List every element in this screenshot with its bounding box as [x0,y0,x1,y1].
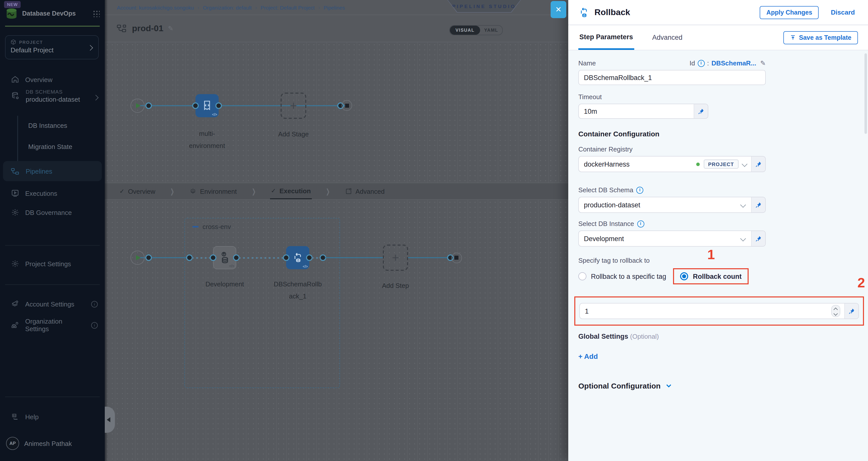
check-icon: ✓ [119,188,124,195]
edit-id-pencil-icon[interactable]: ✎ [760,59,766,67]
radio-rollback-count-highlighted[interactable]: Rollback count [673,268,749,284]
tab-advanced[interactable]: Advanced [344,183,385,199]
rollback-count-input[interactable]: 1 [580,303,831,319]
info-icon: i [91,322,98,328]
help-chat-icon: ? [11,413,19,421]
sidebar-item-migration-state[interactable]: Migration State [28,143,72,151]
add-step-label[interactable]: Add Step [375,280,415,292]
pin-input-type-button[interactable] [751,157,765,172]
sidebar-item-organization-settings[interactable]: Organization Settings i [0,316,105,334]
info-icon: i [698,60,705,67]
tab-step-parameters[interactable]: Step Parameters [578,25,634,50]
stage-label[interactable]: multi-environment [184,128,230,152]
sidebar-item-overview[interactable]: Overview [0,70,105,89]
sidebar-divider [5,26,100,27]
tab-advanced[interactable]: Advanced [651,25,683,50]
help-button[interactable]: ? Help [0,408,105,426]
annotation-1: 1 [707,247,715,263]
timeout-input[interactable]: 10m [579,104,694,118]
connector-dotted [239,257,284,258]
user-name: Animesh Pathak [24,439,72,447]
stage-canvas[interactable]: </> + multi-environment Add Stage [105,42,568,183]
add-global-setting-link[interactable]: + Add [578,352,858,360]
apply-changes-button[interactable]: Apply Changes [760,6,819,19]
node-port [215,102,222,109]
container-registry-field[interactable]: dockerHarness PROJECT [578,156,766,172]
upload-icon [790,34,796,40]
pin-input-type-button[interactable] [751,231,765,246]
run-stage-node[interactable] [130,251,145,265]
tab-overview[interactable]: ✓ Overview [118,183,156,199]
sidebar-item-project-settings[interactable]: Project Settings [0,255,105,273]
add-step-button[interactable]: + [383,244,408,271]
execution-canvas[interactable]: cross-env </> </> [105,200,568,461]
step-group-cross-env[interactable] [184,218,340,388]
pin-input-type-button[interactable] [694,104,708,118]
rollback-tag-label: Specify tag to rollback to [578,257,858,264]
global-settings-label: Global Settings (Optional) [578,333,858,340]
step-group-header[interactable]: cross-env [192,223,231,230]
drawer-header: Rollback Apply Changes Discard [568,0,868,25]
stepper-down-icon[interactable] [834,311,838,315]
breadcrumb-account[interactable]: Account: kurosakiichigo.songoku [117,4,194,10]
container-registry-value[interactable]: dockerHarness [579,157,696,172]
stepper-up-icon[interactable] [834,308,838,312]
breadcrumb-pipelines[interactable]: Pipelines [323,4,345,10]
user-menu[interactable]: AP Animesh Pathak [0,437,105,450]
yaml-toggle[interactable]: YAML [480,26,502,35]
node-port [210,254,216,261]
collapse-minus-icon[interactable] [192,226,198,228]
breadcrumb-org[interactable]: Organization: default [203,4,252,10]
tab-execution[interactable]: ✓ Execution [270,183,312,199]
visual-yaml-toggle[interactable]: VISUAL YAML [450,25,503,35]
chevron-down-icon [740,236,746,241]
pin-input-type-button[interactable] [844,303,859,319]
number-stepper[interactable] [831,305,840,317]
sidebar-item-account-settings[interactable]: Account Settings i [0,295,105,313]
tab-environment[interactable]: Environment [188,183,238,199]
chevron-separator-icon: ❯ [326,187,330,195]
radio-specific-tag[interactable]: Rollback to a specific tag [578,272,666,280]
sidebar-item-pipelines[interactable]: Pipelines [3,161,102,181]
close-drawer-button[interactable]: ✕ [551,1,566,18]
drawer-title: Rollback [594,7,630,18]
connector-line [137,105,349,106]
drawer-scrollbar[interactable] [865,53,867,134]
db-instance-select[interactable]: Development [578,230,766,246]
check-icon: ✓ [271,187,276,194]
save-as-template-button[interactable]: Save as Template [783,31,858,44]
sidebar-item-db-instances[interactable]: DB Instances [28,122,67,129]
pin-icon [698,108,704,114]
optional-configuration-toggle[interactable]: Optional Configuration [578,382,858,390]
sidebar-item-db-governance[interactable]: DB Governance [0,203,105,222]
discard-button[interactable]: Discard [828,8,858,17]
avatar: AP [6,437,19,450]
gear-icon [11,260,19,268]
id-label: Id [690,59,695,67]
sidebar-collapse-handle[interactable] [105,407,115,433]
sidebar-item-executions[interactable]: Executions [0,184,105,202]
edit-pencil-icon[interactable]: ✎ [168,25,174,32]
pipeline-name: prod-01 [132,23,163,33]
project-selector[interactable]: PROJECT Default Project [5,35,99,59]
cube-icon [10,39,16,45]
radio-on-icon[interactable] [680,272,688,280]
pin-input-type-button[interactable] [751,197,765,212]
visual-toggle[interactable]: VISUAL [450,26,480,35]
db-schema-select[interactable]: production-dataset [578,197,766,213]
step-label[interactable]: Development [200,278,249,290]
layers-gear-icon [11,300,19,308]
sidebar-item-db-schemas[interactable]: DB SCHEMAS production-dataset [0,89,105,103]
rollback-icon [578,7,589,18]
radio-off-icon[interactable] [578,272,586,280]
module-grid-icon[interactable] [93,10,100,17]
breadcrumb-project[interactable]: Project: Default Project [260,4,315,10]
pipelines-icon [11,167,20,175]
add-stage-button[interactable]: + [281,93,306,119]
step-label[interactable]: DBSchemaRollback_1 [273,278,323,302]
add-stage-label[interactable]: Add Stage [272,128,315,140]
svg-text:?: ? [13,414,15,418]
name-input[interactable]: DBSchemaRollback_1 [578,70,766,85]
run-pipeline-node[interactable] [130,99,145,113]
database-devops-logo-icon [5,7,18,20]
